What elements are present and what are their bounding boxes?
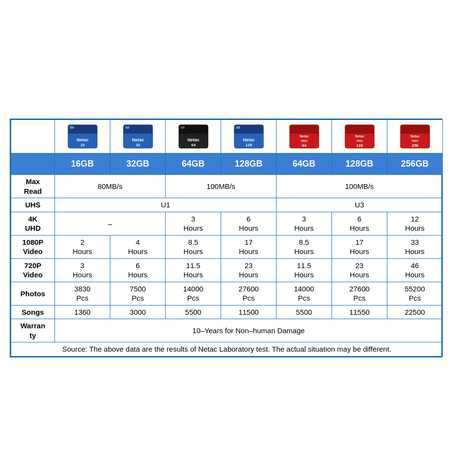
comparison-table-wrapper: Netac 16 Netac 32 [10, 119, 442, 357]
photos-col3: 14000Pcs [166, 282, 221, 305]
svg-text:128: 128 [356, 143, 363, 148]
card-header-16gb-blue: Netac 16 [55, 120, 110, 153]
size-16gb: 16GB [55, 153, 110, 175]
card-header-256gb-red: Netac PRO 256 [387, 120, 443, 153]
uhs-label: UHS [11, 198, 55, 212]
photos-row: Photos 3830Pcs 7500Pcs 14000Pcs 27600Pcs… [11, 282, 443, 305]
720p-col2: 6Hours [110, 258, 166, 282]
svg-rect-14 [179, 131, 208, 134]
720p-col7: 46Hours [387, 258, 443, 282]
svg-text:PRO: PRO [412, 139, 418, 142]
720p-row: 720PVideo 3Hours 6Hours 11.5Hours 23Hour… [11, 258, 443, 282]
photos-col5: 14000Pcs [277, 282, 332, 305]
1080p-col3: 8.5Hours [166, 235, 221, 258]
svg-rect-17 [181, 126, 185, 129]
photos-label: Photos [11, 282, 55, 305]
warranty-row: Warranty 10–Years for Non–human Damage [11, 319, 443, 342]
svg-text:Netac: Netac [76, 137, 88, 142]
card-header-128gb-blue: Netac 128 [221, 120, 277, 153]
max-read-group3: 100MB/s [277, 175, 443, 198]
empty-header [11, 120, 55, 153]
songs-label: Songs [11, 305, 55, 319]
size-64gb-red: 64GB [277, 153, 332, 175]
svg-text:16: 16 [80, 143, 85, 147]
4k-col4: 3Hours [277, 212, 332, 235]
size-128gb-red: 128GB [332, 153, 387, 175]
720p-col3: 11.5Hours [166, 258, 221, 282]
720p-col1: 3Hours [55, 258, 110, 282]
max-read-row: MaxRead 80MB/s 100MB/s 100MB/s [11, 175, 443, 198]
1080p-row: 1080PVideo 2Hours 4Hours 8.5Hours 17Hour… [11, 235, 443, 258]
1080p-col6: 17Hours [332, 235, 387, 258]
svg-text:64: 64 [302, 143, 306, 148]
songs-row: Songs 1360 3000 5500 11500 5500 11550 22… [11, 305, 443, 319]
card-size-row: 16GB 32GB 64GB 128GB 64GB 128GB 256GB [11, 153, 443, 175]
size-64gb-blue: 64GB [166, 153, 221, 175]
songs-col1: 1360 [55, 305, 110, 319]
4k-col2: 3Hours [166, 212, 221, 235]
4k-col5: 6Hours [332, 212, 387, 235]
720p-col6: 23Hours [332, 258, 387, 282]
max-read-group2: 100MB/s [166, 175, 277, 198]
svg-text:64: 64 [191, 143, 195, 147]
size-128gb-blue: 128GB [221, 153, 277, 175]
svg-text:256: 256 [412, 143, 418, 148]
songs-col7: 22500 [387, 305, 443, 319]
svg-rect-38 [400, 131, 430, 134]
4k-col3: 6Hours [221, 212, 277, 235]
songs-col5: 5500 [277, 305, 332, 319]
warranty-label: Warranty [11, 319, 55, 342]
card-header-64gb-red: Netac PRO 64 [277, 120, 332, 153]
size-256gb-red: 256GB [387, 153, 443, 175]
photos-col2: 7500Pcs [110, 282, 166, 305]
720p-col4: 23Hours [221, 258, 277, 282]
card-header-32gb-blue: Netac 32 [110, 120, 166, 153]
max-read-group1: 80MB/s [55, 175, 166, 198]
size-label-empty [11, 153, 55, 175]
1080p-col2: 4Hours [110, 235, 166, 258]
1080p-col7: 33Hours [387, 235, 443, 258]
svg-text:Netac: Netac [187, 137, 199, 142]
svg-rect-5 [70, 126, 74, 129]
720p-label: 720PVideo [11, 258, 55, 282]
svg-rect-23 [236, 126, 240, 129]
720p-col5: 11.5Hours [277, 258, 332, 282]
svg-text:Netac: Netac [243, 137, 255, 142]
songs-col4: 11500 [221, 305, 277, 319]
photos-col6: 27600Pcs [332, 282, 387, 305]
card-header-64gb-blue: Netac 64 [166, 120, 221, 153]
svg-text:Netac: Netac [355, 135, 364, 138]
svg-text:Netac: Netac [132, 137, 144, 142]
card-header-128gb-red: Netac PRO 128 [332, 120, 387, 153]
4k-uhd-row: 4KUHD – 3Hours 6Hours 3Hours 6Hours 12Ho… [11, 212, 443, 235]
svg-text:PRO: PRO [356, 139, 363, 142]
1080p-label: 1080PVideo [11, 235, 55, 258]
svg-rect-26 [290, 131, 319, 134]
svg-rect-8 [123, 131, 153, 134]
photos-col1: 3830Pcs [55, 282, 110, 305]
songs-col2: 3000 [110, 305, 166, 319]
uhs-u3: U3 [277, 198, 443, 212]
svg-text:128: 128 [245, 143, 252, 147]
1080p-col5: 8.5Hours [277, 235, 332, 258]
max-read-label: MaxRead [11, 175, 55, 198]
svg-rect-20 [234, 131, 263, 134]
svg-text:Netac: Netac [410, 135, 419, 138]
4k-col1: – [55, 212, 166, 235]
footer-row: Source: The above data are the results o… [11, 342, 443, 357]
uhs-row: UHS U1 U3 [11, 198, 443, 212]
svg-rect-32 [345, 131, 374, 134]
songs-col6: 11550 [332, 305, 387, 319]
svg-rect-2 [68, 131, 97, 134]
footer-text: Source: The above data are the results o… [11, 342, 443, 357]
size-32gb: 32GB [110, 153, 166, 175]
songs-col3: 5500 [166, 305, 221, 319]
card-image-row: Netac 16 Netac 32 [11, 120, 443, 153]
comparison-table: Netac 16 Netac 32 [11, 119, 443, 357]
svg-text:Netac: Netac [299, 135, 309, 138]
photos-col4: 27600Pcs [221, 282, 277, 305]
svg-rect-11 [125, 126, 129, 129]
warranty-value: 10–Years for Non–human Damage [55, 319, 443, 342]
4k-uhd-label: 4KUHD [11, 212, 55, 235]
1080p-col4: 17Hours [221, 235, 277, 258]
